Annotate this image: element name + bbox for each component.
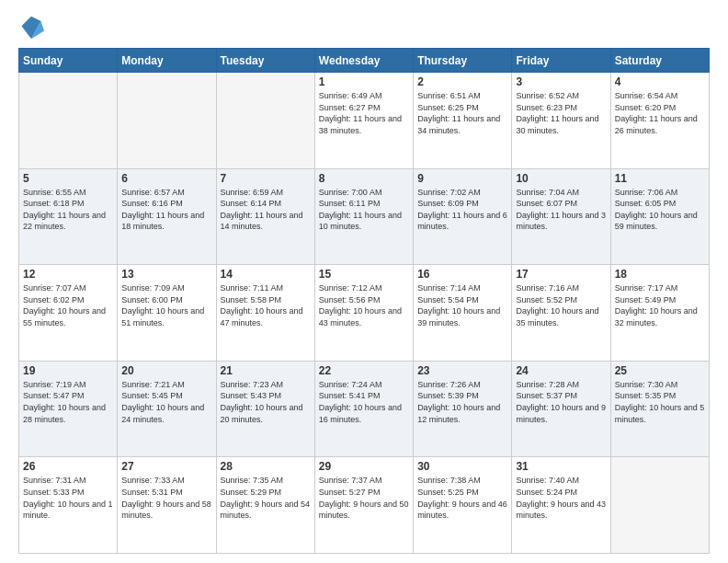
day-info: Sunrise: 7:07 AMSunset: 6:02 PMDaylight:… <box>23 282 113 328</box>
calendar-cell: 5Sunrise: 6:55 AMSunset: 6:18 PMDaylight… <box>19 168 118 265</box>
day-info: Sunrise: 7:11 AMSunset: 5:58 PMDaylight:… <box>221 282 311 328</box>
day-number: 20 <box>121 364 211 377</box>
calendar-cell: 21Sunrise: 7:23 AMSunset: 5:43 PMDayligh… <box>216 361 314 457</box>
day-number: 24 <box>516 364 606 377</box>
weekday-header-monday: Monday <box>118 49 216 73</box>
day-info: Sunrise: 7:00 AMSunset: 6:11 PMDaylight:… <box>319 187 409 233</box>
calendar-cell: 11Sunrise: 7:06 AMSunset: 6:05 PMDayligh… <box>610 168 709 265</box>
day-number: 30 <box>417 460 507 473</box>
logo <box>18 15 48 40</box>
calendar-cell: 31Sunrise: 7:40 AMSunset: 5:24 PMDayligh… <box>512 457 610 554</box>
calendar-cell: 27Sunrise: 7:33 AMSunset: 5:31 PMDayligh… <box>118 457 216 554</box>
calendar-cell: 18Sunrise: 7:17 AMSunset: 5:49 PMDayligh… <box>610 265 709 362</box>
calendar-cell: 29Sunrise: 7:37 AMSunset: 5:27 PMDayligh… <box>314 457 413 554</box>
calendar-cell: 14Sunrise: 7:11 AMSunset: 5:58 PMDayligh… <box>216 265 314 362</box>
day-number: 14 <box>221 268 311 281</box>
day-info: Sunrise: 7:31 AMSunset: 5:33 PMDaylight:… <box>23 475 113 521</box>
day-info: Sunrise: 7:38 AMSunset: 5:25 PMDaylight:… <box>417 475 507 521</box>
day-info: Sunrise: 6:52 AMSunset: 6:23 PMDaylight:… <box>516 90 606 136</box>
day-number: 27 <box>121 460 211 473</box>
day-info: Sunrise: 7:28 AMSunset: 5:37 PMDaylight:… <box>516 379 606 425</box>
day-info: Sunrise: 7:24 AMSunset: 5:41 PMDaylight:… <box>319 379 409 425</box>
header <box>18 15 710 40</box>
calendar-cell: 4Sunrise: 6:54 AMSunset: 6:20 PMDaylight… <box>610 73 709 169</box>
calendar-cell: 19Sunrise: 7:19 AMSunset: 5:47 PMDayligh… <box>19 361 118 457</box>
day-info: Sunrise: 6:54 AMSunset: 6:20 PMDaylight:… <box>615 90 705 136</box>
day-info: Sunrise: 7:16 AMSunset: 5:52 PMDaylight:… <box>516 282 606 328</box>
calendar-cell <box>118 73 216 169</box>
day-info: Sunrise: 7:04 AMSunset: 6:07 PMDaylight:… <box>516 187 606 233</box>
day-number: 2 <box>417 75 507 88</box>
calendar-cell: 24Sunrise: 7:28 AMSunset: 5:37 PMDayligh… <box>512 361 610 457</box>
day-number: 4 <box>615 75 705 88</box>
day-number: 22 <box>319 364 409 377</box>
calendar-cell: 22Sunrise: 7:24 AMSunset: 5:41 PMDayligh… <box>314 361 413 457</box>
calendar-cell: 2Sunrise: 6:51 AMSunset: 6:25 PMDaylight… <box>414 73 512 169</box>
day-info: Sunrise: 7:17 AMSunset: 5:49 PMDaylight:… <box>615 282 705 328</box>
weekday-header-thursday: Thursday <box>414 49 512 73</box>
day-number: 10 <box>516 172 606 185</box>
day-info: Sunrise: 6:51 AMSunset: 6:25 PMDaylight:… <box>417 90 507 136</box>
calendar-cell: 16Sunrise: 7:14 AMSunset: 5:54 PMDayligh… <box>414 265 512 362</box>
calendar-cell: 6Sunrise: 6:57 AMSunset: 6:16 PMDaylight… <box>118 168 216 265</box>
day-number: 21 <box>221 364 311 377</box>
calendar-table: SundayMondayTuesdayWednesdayThursdayFrid… <box>18 48 710 554</box>
calendar-cell <box>19 73 118 169</box>
calendar-week-3: 19Sunrise: 7:19 AMSunset: 5:47 PMDayligh… <box>19 361 710 457</box>
day-number: 7 <box>221 172 311 185</box>
weekday-header-friday: Friday <box>512 49 610 73</box>
day-info: Sunrise: 6:57 AMSunset: 6:16 PMDaylight:… <box>121 187 211 233</box>
day-number: 15 <box>319 268 409 281</box>
day-number: 23 <box>417 364 507 377</box>
calendar-cell: 7Sunrise: 6:59 AMSunset: 6:14 PMDaylight… <box>216 168 314 265</box>
day-number: 31 <box>516 460 606 473</box>
calendar-cell: 8Sunrise: 7:00 AMSunset: 6:11 PMDaylight… <box>314 168 413 265</box>
calendar-week-2: 12Sunrise: 7:07 AMSunset: 6:02 PMDayligh… <box>19 265 710 362</box>
day-number: 3 <box>516 75 606 88</box>
calendar-cell: 15Sunrise: 7:12 AMSunset: 5:56 PMDayligh… <box>314 265 413 362</box>
day-info: Sunrise: 7:02 AMSunset: 6:09 PMDaylight:… <box>417 187 507 233</box>
day-number: 28 <box>221 460 311 473</box>
weekday-header-tuesday: Tuesday <box>216 49 314 73</box>
day-info: Sunrise: 7:30 AMSunset: 5:35 PMDaylight:… <box>615 379 705 425</box>
day-info: Sunrise: 6:55 AMSunset: 6:18 PMDaylight:… <box>23 187 113 233</box>
calendar-cell: 17Sunrise: 7:16 AMSunset: 5:52 PMDayligh… <box>512 265 610 362</box>
day-info: Sunrise: 7:23 AMSunset: 5:43 PMDaylight:… <box>221 379 311 425</box>
day-info: Sunrise: 7:21 AMSunset: 5:45 PMDaylight:… <box>121 379 211 425</box>
day-info: Sunrise: 7:33 AMSunset: 5:31 PMDaylight:… <box>121 475 211 521</box>
calendar-cell <box>610 457 709 554</box>
day-number: 19 <box>23 364 113 377</box>
calendar-week-4: 26Sunrise: 7:31 AMSunset: 5:33 PMDayligh… <box>19 457 710 554</box>
day-number: 11 <box>615 172 705 185</box>
weekday-header-saturday: Saturday <box>610 49 709 73</box>
logo-icon <box>18 15 44 40</box>
day-number: 1 <box>319 75 409 88</box>
day-number: 17 <box>516 268 606 281</box>
day-info: Sunrise: 6:59 AMSunset: 6:14 PMDaylight:… <box>221 187 311 233</box>
day-number: 6 <box>121 172 211 185</box>
day-info: Sunrise: 7:37 AMSunset: 5:27 PMDaylight:… <box>319 475 409 521</box>
day-number: 18 <box>615 268 705 281</box>
day-info: Sunrise: 7:12 AMSunset: 5:56 PMDaylight:… <box>319 282 409 328</box>
day-info: Sunrise: 7:06 AMSunset: 6:05 PMDaylight:… <box>615 187 705 233</box>
day-number: 25 <box>615 364 705 377</box>
day-number: 29 <box>319 460 409 473</box>
page: SundayMondayTuesdayWednesdayThursdayFrid… <box>0 0 728 563</box>
calendar-cell: 12Sunrise: 7:07 AMSunset: 6:02 PMDayligh… <box>19 265 118 362</box>
day-info: Sunrise: 7:09 AMSunset: 6:00 PMDaylight:… <box>121 282 211 328</box>
day-info: Sunrise: 7:19 AMSunset: 5:47 PMDaylight:… <box>23 379 113 425</box>
day-number: 8 <box>319 172 409 185</box>
day-number: 13 <box>121 268 211 281</box>
day-info: Sunrise: 6:49 AMSunset: 6:27 PMDaylight:… <box>319 90 409 136</box>
day-info: Sunrise: 7:35 AMSunset: 5:29 PMDaylight:… <box>221 475 311 521</box>
day-number: 5 <box>23 172 113 185</box>
day-number: 26 <box>23 460 113 473</box>
calendar-cell: 1Sunrise: 6:49 AMSunset: 6:27 PMDaylight… <box>314 73 413 169</box>
calendar-cell: 30Sunrise: 7:38 AMSunset: 5:25 PMDayligh… <box>414 457 512 554</box>
calendar-cell: 23Sunrise: 7:26 AMSunset: 5:39 PMDayligh… <box>414 361 512 457</box>
calendar-cell: 10Sunrise: 7:04 AMSunset: 6:07 PMDayligh… <box>512 168 610 265</box>
calendar-cell: 25Sunrise: 7:30 AMSunset: 5:35 PMDayligh… <box>610 361 709 457</box>
day-number: 9 <box>417 172 507 185</box>
day-number: 16 <box>417 268 507 281</box>
calendar-cell: 9Sunrise: 7:02 AMSunset: 6:09 PMDaylight… <box>414 168 512 265</box>
